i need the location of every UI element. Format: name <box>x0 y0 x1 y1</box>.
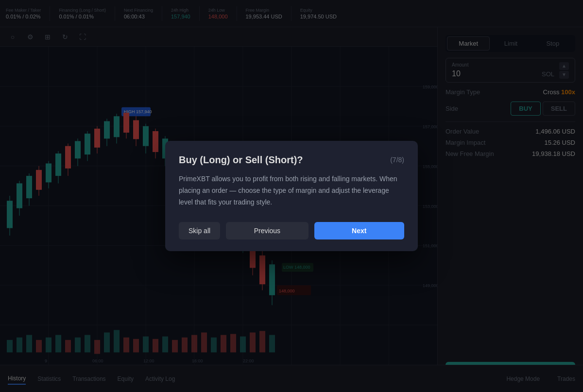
tutorial-header: Buy (Long) or Sell (Short)? (7/8) <box>179 154 404 166</box>
tutorial-progress: (7/8) <box>390 156 404 164</box>
previous-button[interactable]: Previous <box>226 222 308 239</box>
skip-all-button[interactable]: Skip all <box>179 222 220 239</box>
tutorial-card: Buy (Long) or Sell (Short)? (7/8) PrimeX… <box>165 141 418 251</box>
next-button[interactable]: Next <box>314 222 404 239</box>
tutorial-actions: Skip all Previous Next <box>179 222 404 239</box>
tutorial-overlay: Buy (Long) or Sell (Short)? (7/8) PrimeX… <box>0 0 583 392</box>
tutorial-body: PrimeXBT allows you to profit from both … <box>179 173 404 208</box>
tutorial-title: Buy (Long) or Sell (Short)? <box>179 154 303 166</box>
